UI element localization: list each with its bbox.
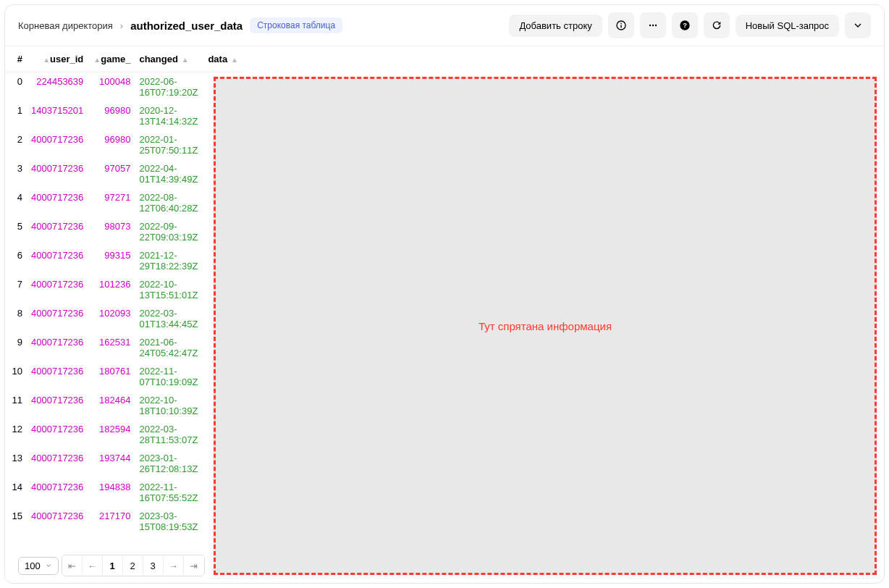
header-actions: Добавить строку ? Новый SQL-запрос [509,12,871,38]
help-button[interactable]: ? [672,12,698,38]
table-row[interactable]: 1240007172361825942022-03-28T11:53:07Z [5,420,243,449]
table-row[interactable]: 1540007172362171702023-03-15T08:19:53Z [5,507,243,536]
cell-user-id: 4000717236 [27,391,88,420]
chevron-right-icon: › [120,20,123,31]
cell-user-id: 4000717236 [27,362,88,391]
svg-point-3 [649,25,651,26]
more-button[interactable] [640,12,666,38]
cell-user-id: 4000717236 [27,130,88,159]
cell-game: 98073 [88,217,135,246]
info-icon [615,20,627,31]
cell-idx: 14 [5,478,27,507]
table-row[interactable]: 1440007172361948382022-11-16T07:55:52Z [5,478,243,507]
cell-changed: 2022-08-12T06:40:28Z [135,188,203,217]
svg-point-4 [652,25,654,26]
page-1-button[interactable]: 1 [103,555,123,576]
cell-idx: 9 [5,333,27,362]
cell-game: 97271 [88,188,135,217]
data-table: # ▲user_id ▲game_ changed ▲ data ▲ 02244… [5,46,243,536]
info-button[interactable] [608,12,634,38]
cell-idx: 15 [5,507,27,536]
cell-game: 162531 [88,333,135,362]
cell-game: 102093 [88,304,135,333]
refresh-button[interactable] [704,12,730,38]
svg-point-5 [655,25,657,26]
sort-icon: ▲ [180,56,189,64]
table-row[interactable]: 940007172361625312021-06-24T05:42:47Z [5,333,243,362]
cell-changed: 2022-03-01T13:44:45Z [135,304,203,333]
cell-changed: 2022-01-25T07:50:11Z [135,130,203,159]
table-row[interactable]: 54000717236980732022-09-22T09:03:19Z [5,217,243,246]
last-page-button[interactable]: ⇥ [184,555,204,576]
table-row[interactable]: 02244536391000482022-06-16T07:19:20Z [5,72,243,102]
cell-idx: 3 [5,159,27,188]
cell-user-id: 4000717236 [27,275,88,304]
cell-game: 96980 [88,130,135,159]
dots-icon [647,20,659,31]
sort-icon: ▲ [93,56,101,64]
col-game[interactable]: ▲game_ [88,46,135,72]
cell-idx: 12 [5,420,27,449]
breadcrumb-current: authorized_user_data [130,20,243,32]
help-icon: ? [679,20,691,31]
new-sql-button[interactable]: Новый SQL-запрос [736,14,839,37]
page-2-button[interactable]: 2 [123,555,143,576]
table-row[interactable]: 64000717236993152021-12-29T18:22:39Z [5,246,243,275]
col-idx[interactable]: # [5,46,27,72]
table-row[interactable]: 740007172361012362022-10-13T15:51:01Z [5,275,243,304]
table-row[interactable]: 24000717236969802022-01-25T07:50:11Z [5,130,243,159]
table-row[interactable]: 1040007172361807612022-11-07T10:19:09Z [5,362,243,391]
cell-changed: 2022-10-13T15:51:01Z [135,275,203,304]
cell-game: 100048 [88,72,135,102]
col-data[interactable]: data ▲ [203,46,242,72]
next-page-button[interactable]: → [164,555,184,576]
cell-changed: 2021-12-29T18:22:39Z [135,246,203,275]
cell-changed: 2022-03-28T11:53:07Z [135,420,203,449]
cell-changed: 2022-04-01T14:39:49Z [135,159,203,188]
table-type-badge: Строковая таблица [250,17,342,33]
cell-changed: 2021-06-24T05:42:47Z [135,333,203,362]
cell-idx: 5 [5,217,27,246]
sort-icon: ▲ [43,56,50,64]
cell-game: 180761 [88,362,135,391]
table-row[interactable]: 11403715201969802020-12-13T14:14:32Z [5,101,243,130]
first-page-button[interactable]: ⇤ [62,555,83,576]
cell-game: 217170 [88,507,135,536]
table-row[interactable]: 1140007172361824642022-10-18T10:10:39Z [5,391,243,420]
cell-idx: 2 [5,130,27,159]
cell-idx: 7 [5,275,27,304]
cell-user-id: 224453639 [27,72,88,102]
table-row[interactable]: 44000717236972712022-08-12T06:40:28Z [5,188,243,217]
cell-idx: 10 [5,362,27,391]
page-3-button[interactable]: 3 [143,555,164,576]
breadcrumb-root[interactable]: Корневая директория [18,20,113,31]
cell-user-id: 4000717236 [27,304,88,333]
chevron-down-icon [45,562,52,569]
cell-changed: 2022-11-16T07:55:52Z [135,478,203,507]
page-size-select[interactable]: 100 [18,557,59,575]
cell-idx: 13 [5,449,27,478]
chevron-down-icon [852,20,864,31]
table-row[interactable]: 34000717236970572022-04-01T14:39:49Z [5,159,243,188]
table-row[interactable]: 840007172361020932022-03-01T13:44:45Z [5,304,243,333]
cell-user-id: 4000717236 [27,246,88,275]
cell-idx: 0 [5,72,27,102]
cell-idx: 4 [5,188,27,217]
col-user-id[interactable]: ▲user_id [27,46,88,72]
cell-idx: 6 [5,246,27,275]
cell-idx: 8 [5,304,27,333]
expand-button[interactable] [845,12,871,38]
cell-user-id: 4000717236 [27,449,88,478]
table-row[interactable]: 1340007172361937442023-01-26T12:08:13Z [5,449,243,478]
cell-changed: 2023-01-26T12:08:13Z [135,449,203,478]
cell-idx: 11 [5,391,27,420]
cell-game: 101236 [88,275,135,304]
add-row-button[interactable]: Добавить строку [509,14,602,37]
cell-changed: 2022-10-18T10:10:39Z [135,391,203,420]
overlay-text: Тут спрятана информация [479,320,612,332]
cell-user-id: 4000717236 [27,507,88,536]
col-changed[interactable]: changed ▲ [135,46,203,72]
prev-page-button[interactable]: ← [83,555,103,576]
svg-text:?: ? [683,22,687,29]
cell-idx: 1 [5,101,27,130]
